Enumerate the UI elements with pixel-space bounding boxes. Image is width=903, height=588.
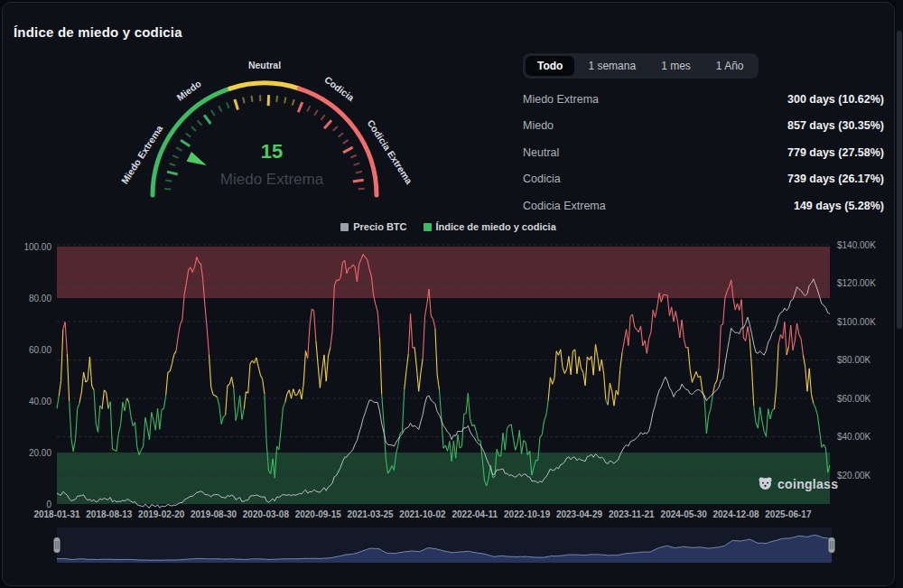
fear-greed-line-segment	[94, 390, 96, 425]
tab-1-mes[interactable]: 1 mes	[649, 56, 703, 76]
gauge-tick	[243, 98, 245, 104]
fear-greed-line-segment	[768, 409, 770, 419]
fear-greed-line-segment	[402, 389, 404, 432]
fear-greed-line-segment	[619, 369, 620, 395]
fear-greed-line-segment	[715, 381, 717, 385]
fear-greed-line-segment	[400, 432, 402, 433]
fear-greed-line-segment	[107, 392, 108, 408]
fear-greed-line-segment	[807, 369, 809, 391]
horizontal-scrollbar[interactable]	[5, 585, 895, 586]
fear-greed-line-segment	[674, 312, 675, 322]
fear-greed-line-segment	[71, 438, 73, 452]
fear-greed-line-segment	[118, 425, 120, 434]
fear-greed-line-segment	[719, 325, 721, 369]
fear-greed-line-segment	[330, 331, 332, 348]
fear-greed-line-segment	[762, 421, 764, 431]
fear-greed-line-segment	[667, 295, 669, 316]
fear-greed-line-segment	[423, 316, 424, 358]
fear-greed-line-segment	[205, 305, 207, 328]
navigator-handle-left[interactable]	[54, 537, 61, 553]
x-axis-label: 2023-04-29	[556, 509, 603, 519]
fear-greed-line-segment	[675, 312, 677, 322]
fear-greed-line-segment	[468, 393, 470, 418]
legend-item-index[interactable]: Índice de miedo y codicia	[424, 221, 556, 232]
fear-greed-line-segment	[229, 377, 231, 384]
fear-greed-line-segment	[244, 392, 246, 409]
tab-todo[interactable]: Todo	[526, 56, 574, 76]
fear-greed-line-segment	[758, 407, 759, 429]
fear-greed-line-segment	[723, 298, 725, 324]
fear-greed-line-segment	[748, 327, 749, 339]
fear-greed-line-segment	[690, 369, 692, 382]
fear-greed-line-segment	[775, 386, 777, 408]
fear-greed-line-segment	[67, 354, 69, 401]
fear-greed-line-segment	[70, 401, 71, 438]
stat-row-extreme-greed: Codicia Extrema 149 days (5.28%)	[523, 200, 884, 212]
fear-greed-line-segment	[766, 409, 768, 437]
chart-navigator[interactable]	[3, 527, 894, 565]
fear-greed-line-segment	[799, 334, 801, 339]
vertical-scrollbar-thumb[interactable]	[897, 31, 902, 329]
gauge-tick	[170, 163, 176, 165]
fear-greed-line-segment	[591, 356, 593, 375]
fear-greed-line-segment	[620, 352, 622, 369]
fear-greed-line-segment	[125, 398, 126, 411]
y-axis-left-label: 0	[46, 499, 51, 509]
fear-greed-line-segment	[803, 355, 805, 367]
fear-greed-line-segment	[516, 444, 517, 451]
legend-item-btc[interactable]: Precio BTC	[340, 221, 406, 232]
fear-greed-line-segment	[141, 446, 143, 450]
fear-greed-line-segment	[709, 409, 711, 416]
y-axis-left-label: 40.00	[29, 397, 51, 406]
gauge-tick	[211, 110, 215, 116]
fear-greed-line-segment	[522, 441, 524, 454]
gauge-tick	[191, 126, 196, 131]
fear-greed-line-segment	[437, 375, 439, 389]
gauge-tick	[284, 98, 285, 104]
gauge-current-value: 15	[123, 140, 421, 163]
fear-greed-line-segment	[585, 357, 587, 386]
fear-greed-line-segment	[805, 367, 807, 391]
stat-label: Miedo	[523, 119, 554, 132]
fear-greed-line-segment	[545, 415, 546, 421]
fear-greed-line-segment	[102, 390, 104, 409]
fear-greed-line-segment	[110, 402, 112, 449]
fear-greed-line-segment	[649, 332, 651, 339]
stat-value: 149 days (5.28%)	[794, 200, 884, 212]
gauge-label-neutral: Neutral	[248, 60, 281, 70]
tab-1-semana[interactable]: 1 semana	[576, 56, 647, 76]
tab-1-ano[interactable]: 1 Año	[704, 56, 756, 76]
fear-greed-line-segment	[121, 402, 123, 425]
fear-greed-line-segment	[234, 387, 236, 420]
fear-greed-line-segment	[817, 415, 819, 431]
extreme-fear-band	[57, 453, 830, 504]
fear-greed-line-segment	[741, 300, 743, 338]
fear-greed-line-segment	[131, 416, 133, 426]
gauge-tick	[186, 133, 191, 136]
fear-greed-line-segment	[820, 431, 822, 447]
range-tab-group: Todo 1 semana 1 mes 1 Año	[523, 53, 759, 79]
stat-label: Miedo Extrema	[523, 93, 599, 106]
x-axis-label: 2024-05-30	[661, 509, 708, 519]
fear-greed-line-segment	[561, 350, 563, 368]
fear-greed-line-segment	[129, 402, 131, 416]
fear-greed-line-segment	[778, 335, 780, 345]
y-axis-left-label: 20.00	[29, 448, 51, 458]
gauge-tick	[204, 115, 210, 124]
gauge-tick	[298, 102, 303, 112]
fear-greed-line-segment	[678, 322, 680, 338]
fear-greed-line-segment	[542, 421, 544, 434]
fear-greed-line-segment	[236, 411, 237, 420]
navigator-handle-right[interactable]	[829, 537, 835, 553]
fear-greed-line-segment	[295, 395, 297, 396]
fear-greed-line-segment	[98, 406, 100, 432]
fear-greed-line-segment	[279, 430, 281, 450]
fear-greed-line-segment	[181, 320, 182, 324]
fear-greed-line-segment	[553, 378, 554, 385]
fear-greed-line-segment	[563, 368, 564, 374]
fear-greed-line-segment	[466, 393, 468, 414]
gauge-current-status: Miedo Extrema	[123, 171, 421, 189]
fear-greed-line-segment	[571, 351, 573, 375]
fear-greed-line-segment	[788, 325, 790, 346]
fear-greed-line-segment	[88, 357, 89, 380]
